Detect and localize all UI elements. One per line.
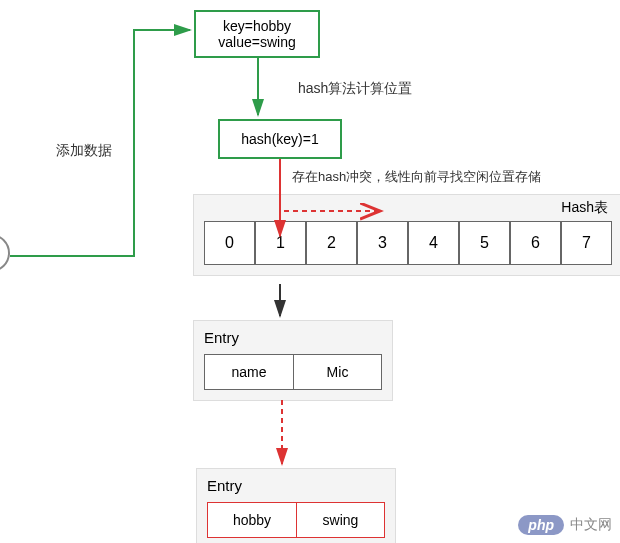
kv-line1: key=hobby	[223, 18, 291, 34]
hash-cells-row: 0 1 2 3 4 5 6 7	[204, 221, 614, 265]
entry1-title: Entry	[204, 329, 382, 346]
watermark: php 中文网	[518, 515, 612, 535]
kv-box: key=hobby value=swing	[194, 10, 320, 58]
hash-conflict-label: 存在hash冲突，线性向前寻找空闲位置存储	[292, 168, 541, 186]
entry1-cells: name Mic	[204, 354, 382, 390]
hash-table-label: Hash表	[561, 199, 608, 217]
cell-6: 6	[510, 221, 561, 265]
hash-algo-label: hash算法计算位置	[298, 80, 412, 98]
hash-box: hash(key)=1	[218, 119, 342, 159]
cell-3: 3	[357, 221, 408, 265]
add-data-label: 添加数据	[56, 142, 112, 160]
entry2-key: hobby	[207, 502, 297, 538]
hash-text: hash(key)=1	[241, 131, 318, 147]
cell-2: 2	[306, 221, 357, 265]
entry2-title: Entry	[207, 477, 385, 494]
cell-1: 1	[255, 221, 306, 265]
php-badge: php	[518, 515, 564, 535]
entry1-value: Mic	[294, 354, 382, 390]
watermark-text: 中文网	[570, 516, 612, 534]
entry-box-1: Entry name Mic	[193, 320, 393, 401]
cell-5: 5	[459, 221, 510, 265]
cell-4: 4	[408, 221, 459, 265]
entry2-cells: hobby swing	[207, 502, 385, 538]
hash-table: Hash表 0 1 2 3 4 5 6 7	[193, 194, 620, 276]
entry-box-2: Entry hobby swing	[196, 468, 396, 543]
cell-0: 0	[204, 221, 255, 265]
decorative-shape	[0, 226, 18, 280]
entry2-value: swing	[297, 502, 385, 538]
entry1-key: name	[204, 354, 294, 390]
cell-7: 7	[561, 221, 612, 265]
kv-line2: value=swing	[218, 34, 295, 50]
